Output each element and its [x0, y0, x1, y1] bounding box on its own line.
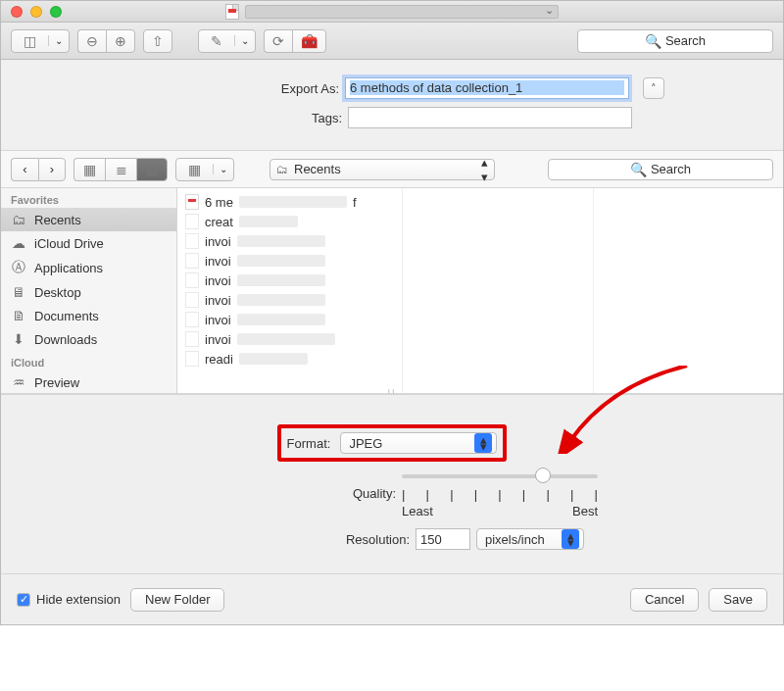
location-dropdown[interactable]: 🗂 Recents ▴▾: [270, 159, 495, 180]
resolution-unit-dropdown[interactable]: pixels/inch ▴▾: [476, 528, 584, 550]
zoom-out-button[interactable]: ⊖: [77, 29, 106, 53]
browser-search-field[interactable]: 🔍 Search: [548, 159, 773, 180]
sidebar-view-button[interactable]: ◫⌄: [11, 29, 70, 53]
file-name-tail: f: [353, 195, 357, 210]
file-row[interactable]: invoi: [177, 271, 402, 290]
file-icon: [185, 253, 199, 269]
sidebar-item-label: Applications: [34, 261, 103, 275]
file-row[interactable]: invoi: [177, 310, 402, 329]
sidebar-item-downloads[interactable]: ⬇︎Downloads: [1, 327, 176, 351]
icon-view-button[interactable]: ▦: [74, 158, 105, 181]
sidebar-item-documents[interactable]: 🗎Documents: [1, 304, 176, 327]
nav-forward-button[interactable]: ›: [38, 158, 66, 181]
file-browser-toolbar: ‹ › ▦ ≣ ▥ ▦⌄ 🗂 Recents ▴▾ 🔍 Search: [1, 151, 783, 188]
file-icon: [185, 351, 199, 367]
column-view-button[interactable]: ▥: [136, 158, 168, 181]
file-name: 6 me: [205, 195, 233, 210]
file-icon: [185, 312, 199, 327]
sidebar-section-favorites: Favorites: [1, 188, 176, 208]
markup-highlight-button[interactable]: ✎⌄: [198, 29, 256, 53]
file-icon: [185, 233, 199, 249]
quality-best-label: Best: [572, 504, 598, 518]
expand-save-panel-button[interactable]: ˄: [643, 77, 664, 99]
cloud-icon: ☁︎: [11, 235, 26, 251]
zoom-in-button[interactable]: ⊕: [106, 29, 135, 53]
zoom-in-icon: ⊕: [115, 33, 126, 49]
applications-icon: Ⓐ: [11, 259, 26, 276]
preview-column: [403, 188, 594, 393]
file-row[interactable]: readi: [177, 349, 402, 369]
file-icon: [185, 214, 199, 229]
arrange-button[interactable]: ▦⌄: [175, 158, 234, 181]
rotate-button[interactable]: ⟳: [264, 29, 292, 53]
preview-column-2: [594, 188, 784, 393]
chevron-left-icon: ‹: [23, 162, 26, 176]
window-close-button[interactable]: [11, 6, 23, 18]
file-name: invoi: [205, 273, 231, 288]
file-row[interactable]: invoi: [177, 251, 402, 271]
desktop-icon: 🖥: [11, 284, 26, 300]
document-title-dropdown[interactable]: [245, 5, 559, 19]
slider-thumb[interactable]: [535, 468, 551, 483]
dropdown-stepper-icon: ▴▾: [562, 529, 579, 549]
file-name: invoi: [205, 234, 231, 249]
sidebar-item-recents[interactable]: 🗂Recents: [1, 208, 176, 231]
window-minimize-button[interactable]: [30, 6, 42, 18]
sidebar-item-desktop[interactable]: 🖥Desktop: [1, 280, 176, 304]
app-toolbar: ◫⌄ ⊖ ⊕ ⇧ ✎⌄ ⟳ 🧰 🔍 Search: [1, 23, 783, 60]
tags-label: Tags:: [117, 111, 342, 125]
quality-slider[interactable]: [402, 468, 598, 485]
cancel-label: Cancel: [645, 592, 684, 607]
redacted-area: [239, 196, 347, 208]
resolution-field[interactable]: [416, 528, 470, 550]
new-folder-button[interactable]: New Folder: [130, 588, 224, 612]
format-dropdown[interactable]: JPEG ▴▾: [340, 432, 497, 454]
window-zoom-button[interactable]: [50, 6, 62, 18]
share-button[interactable]: ⇧: [143, 29, 172, 53]
exportas-input[interactable]: [350, 80, 624, 95]
file-name: invoi: [205, 332, 231, 347]
redacted-area: [237, 274, 325, 286]
resolution-label: Resolution:: [116, 532, 410, 547]
hide-extension-checkbox[interactable]: ✓ Hide extension: [17, 592, 121, 607]
exportas-field[interactable]: [345, 77, 629, 99]
format-label: Format:: [287, 436, 335, 451]
sidebar-icon: ◫: [18, 33, 42, 49]
redacted-area: [239, 353, 308, 365]
dialog-footer: ✓ Hide extension New Folder Cancel Save: [1, 573, 783, 624]
sidebar-item-applications[interactable]: ⒶApplications: [1, 255, 176, 280]
file-row[interactable]: 6 mef: [177, 192, 402, 212]
exportas-label: Export As:: [114, 81, 339, 96]
cancel-button[interactable]: Cancel: [630, 588, 699, 612]
save-button[interactable]: Save: [709, 588, 767, 612]
search-icon: 🔍: [630, 162, 647, 177]
file-row[interactable]: invoi: [177, 290, 402, 310]
sidebar-section-icloud: iCloud: [1, 351, 176, 370]
share-icon: ⇧: [152, 33, 164, 49]
document-pdf-icon: [225, 4, 239, 20]
resolution-unit-value: pixels/inch: [481, 532, 549, 547]
file-icon: [185, 272, 199, 288]
file-name: invoi: [205, 293, 231, 308]
icon-grid-icon: ▦: [83, 162, 96, 177]
export-options-panel: Format: JPEG ▴▾ Quality: ||||||||| Least…: [1, 394, 783, 573]
file-row[interactable]: invoi: [177, 329, 402, 349]
format-highlight-area: Format: JPEG ▴▾: [277, 424, 508, 462]
sidebar-item-icloud-drive[interactable]: ☁︎iCloud Drive: [1, 231, 176, 255]
tags-field[interactable]: [348, 107, 632, 128]
recents-icon: 🗂: [11, 212, 26, 227]
chevron-right-icon: ›: [50, 162, 54, 176]
file-browser-body: Favorites 🗂Recents ☁︎iCloud Drive ⒶAppli…: [1, 188, 783, 394]
list-view-button[interactable]: ≣: [105, 158, 136, 181]
file-icon: [185, 292, 199, 308]
redacted-area: [237, 255, 325, 267]
rotate-icon: ⟳: [272, 33, 284, 49]
nav-back-button[interactable]: ‹: [11, 158, 38, 181]
file-name: creat: [205, 215, 233, 229]
browser-search-placeholder: Search: [651, 162, 691, 176]
toolbar-search-field[interactable]: 🔍 Search: [577, 29, 773, 53]
file-row[interactable]: creat: [177, 212, 402, 231]
markup-toolbox-button[interactable]: 🧰: [292, 29, 326, 53]
file-row[interactable]: invoi: [177, 231, 402, 251]
search-icon: 🔍: [645, 33, 662, 49]
